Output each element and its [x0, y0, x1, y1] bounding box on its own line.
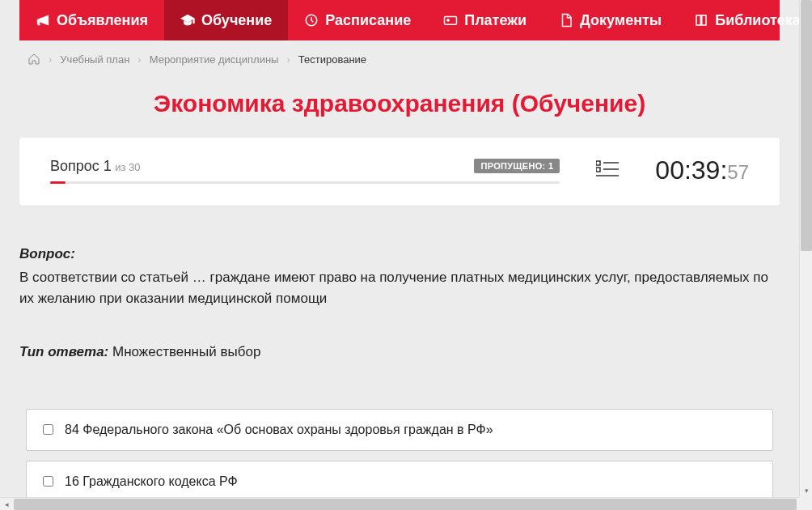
- nav-documents[interactable]: Документы: [543, 0, 678, 40]
- page-title: Экономика здравоохранения (Обучение): [19, 74, 780, 138]
- question-panel: Вопрос 1 из 30 ПРОПУЩЕНО: 1: [19, 138, 780, 206]
- document-icon: [559, 13, 573, 28]
- nav-schedule[interactable]: Расписание: [288, 0, 427, 40]
- scroll-left-arrow-icon[interactable]: ◂: [0, 498, 13, 510]
- scrollbar-thumb[interactable]: [801, 0, 812, 251]
- top-nav: Объявления Обучение Расписание Платежи Д…: [19, 0, 780, 40]
- chevron-right-icon: ›: [137, 53, 141, 66]
- answer-checkbox[interactable]: [43, 424, 53, 435]
- graduation-icon: [180, 13, 195, 28]
- question-text: В соответствии со статьей … граждане име…: [19, 267, 780, 310]
- answer-type-label: Тип ответа:: [19, 344, 108, 359]
- scrollbar-corner: [799, 497, 812, 510]
- progress-fill: [50, 181, 66, 184]
- skipped-badge: ПРОПУЩЕНО: 1: [474, 159, 560, 173]
- answer-type-value: Множественный выбор: [112, 344, 260, 359]
- question-body: Вопрос: В соответствии со статьей … граж…: [19, 206, 780, 497]
- megaphone-icon: [36, 13, 50, 28]
- chevron-right-icon: ›: [49, 53, 52, 66]
- clock-icon: [304, 13, 319, 28]
- svg-rect-1: [445, 17, 457, 25]
- nav-label: Библиотека: [715, 12, 799, 29]
- question-list-button[interactable]: [560, 159, 655, 182]
- progress-bar: [50, 181, 560, 184]
- scroll-down-arrow-icon[interactable]: ▾: [800, 484, 812, 497]
- horizontal-scrollbar[interactable]: ◂ ▸: [0, 497, 812, 510]
- answers-list: 84 Федерального закона «Об основах охран…: [19, 409, 780, 497]
- svg-rect-3: [596, 161, 600, 165]
- nav-label: Платежи: [464, 12, 527, 29]
- nav-label: Обучение: [201, 12, 272, 29]
- svg-point-2: [447, 19, 450, 22]
- breadcrumb-current: Тестирование: [298, 53, 366, 66]
- nav-announcements[interactable]: Объявления: [19, 0, 164, 40]
- nav-label: Расписание: [325, 12, 411, 29]
- answer-text: 16 Гражданского кодекса РФ: [65, 474, 238, 489]
- svg-rect-4: [596, 168, 600, 172]
- answer-text: 84 Федерального закона «Об основах охран…: [65, 423, 493, 437]
- nav-education[interactable]: Обучение: [164, 0, 288, 40]
- chevron-right-icon: ›: [286, 53, 290, 66]
- timer-main: 00:39:: [655, 155, 727, 185]
- question-info: Вопрос 1 из 30 ПРОПУЩЕНО: 1: [50, 158, 560, 184]
- question-label: Вопрос:: [19, 246, 75, 261]
- nav-label: Объявления: [57, 12, 148, 29]
- scrollbar-thumb[interactable]: [14, 499, 797, 510]
- card-icon: [443, 13, 458, 28]
- answer-option[interactable]: 84 Федерального закона «Об основах охран…: [26, 409, 773, 451]
- question-number: Вопрос 1: [50, 158, 112, 174]
- nav-library[interactable]: Библиотека: [678, 0, 799, 40]
- vertical-scrollbar[interactable]: ▴ ▾: [799, 0, 812, 497]
- answer-checkbox[interactable]: [43, 476, 53, 487]
- home-icon[interactable]: [27, 53, 40, 66]
- nav-label: Документы: [580, 12, 662, 29]
- timer: 00:39:57: [655, 155, 749, 185]
- breadcrumb-item[interactable]: Учебный план: [60, 53, 129, 66]
- breadcrumb-item[interactable]: Мероприятие дисциплины: [150, 53, 279, 66]
- timer-seconds: 57: [727, 161, 749, 183]
- breadcrumb: › Учебный план › Мероприятие дисциплины …: [19, 40, 780, 74]
- book-icon: [694, 13, 708, 28]
- nav-payments[interactable]: Платежи: [427, 0, 543, 40]
- answer-option[interactable]: 16 Гражданского кодекса РФ: [26, 461, 773, 497]
- question-total: из 30: [115, 161, 140, 173]
- list-icon: [596, 159, 619, 179]
